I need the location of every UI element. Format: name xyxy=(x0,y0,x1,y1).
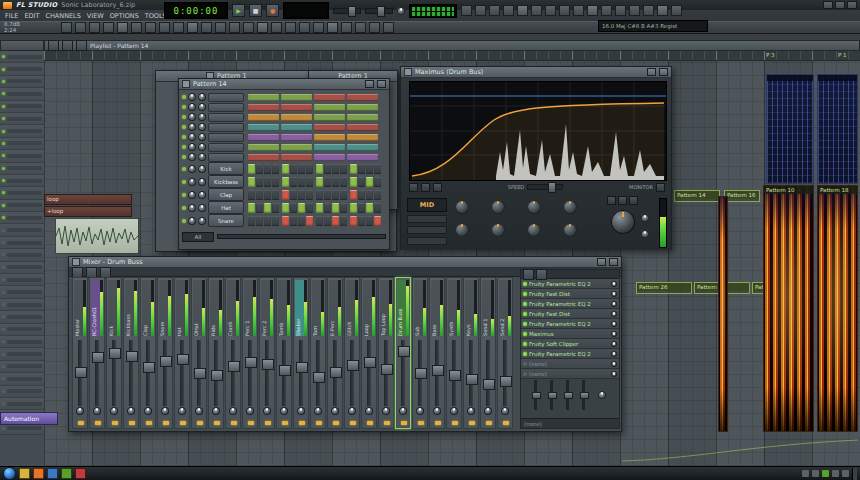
step-cell[interactable] xyxy=(306,177,313,187)
detach-button[interactable] xyxy=(365,80,374,88)
fx-enable-led[interactable] xyxy=(523,282,527,286)
mixer-strip-snare[interactable]: Snare xyxy=(157,277,173,429)
spectrogram-clip[interactable]: Pattern 18 xyxy=(817,185,858,432)
channel-button[interactable]: Snare xyxy=(208,214,244,227)
step-cell[interactable] xyxy=(272,190,279,200)
channel-row-kick[interactable]: Kick xyxy=(182,162,386,175)
volume-knob[interactable] xyxy=(198,204,206,212)
step-cell[interactable] xyxy=(332,203,339,213)
step-cell[interactable] xyxy=(264,203,271,213)
step-cell[interactable] xyxy=(350,177,357,187)
channel-led[interactable] xyxy=(182,115,186,119)
mixer-strip-ride[interactable]: Ride xyxy=(208,277,224,429)
step-segment[interactable] xyxy=(314,104,345,111)
step-segment[interactable] xyxy=(314,124,345,131)
rack-menu-button[interactable] xyxy=(523,269,534,280)
step-cell[interactable] xyxy=(332,190,339,200)
channel-led[interactable] xyxy=(182,193,186,197)
fx-slot[interactable]: (none) xyxy=(521,359,619,369)
step-cell[interactable] xyxy=(264,164,271,174)
playlist-track-header[interactable] xyxy=(0,299,44,311)
stop-button[interactable]: ■ xyxy=(249,4,262,17)
channel-row[interactable] xyxy=(182,142,386,152)
send-fader[interactable] xyxy=(566,380,569,410)
taskbar-icon-media[interactable] xyxy=(61,468,72,479)
track-led[interactable] xyxy=(2,340,5,343)
fx-enable-led[interactable] xyxy=(523,302,527,306)
fx-mix-knob[interactable] xyxy=(611,311,617,317)
mixer-strip-tom[interactable]: Tom xyxy=(310,277,326,429)
mixer-strip-top-loop[interactable]: Top Loop xyxy=(378,277,394,429)
step-cell[interactable] xyxy=(316,177,323,187)
pan-knob[interactable] xyxy=(331,407,339,415)
volume-fader[interactable] xyxy=(231,340,235,406)
step-cell[interactable] xyxy=(298,203,305,213)
volume-fader[interactable] xyxy=(367,340,371,406)
toolbar-button[interactable] xyxy=(573,5,584,16)
close-icon[interactable] xyxy=(659,68,668,76)
step-cell[interactable] xyxy=(256,216,263,226)
mute-led[interactable] xyxy=(197,421,203,425)
step-segment[interactable] xyxy=(248,94,279,101)
pan-knob[interactable] xyxy=(195,407,203,415)
spectrogram-clip[interactable]: Pattern 10 xyxy=(763,185,814,432)
volume-fader[interactable] xyxy=(316,340,320,406)
track-led[interactable] xyxy=(2,315,5,318)
toolbar-button[interactable] xyxy=(299,22,310,33)
pan-knob[interactable] xyxy=(188,204,196,212)
toolbar-button[interactable] xyxy=(601,5,612,16)
record-button[interactable]: ● xyxy=(266,4,279,17)
send-fader[interactable] xyxy=(582,380,585,410)
toolbar-button[interactable] xyxy=(517,5,528,16)
step-cell[interactable] xyxy=(306,203,313,213)
pan-knob[interactable] xyxy=(348,407,356,415)
pan-knob[interactable] xyxy=(280,407,288,415)
step-cell[interactable] xyxy=(374,177,381,187)
step-segment[interactable] xyxy=(281,104,312,111)
step-cell[interactable] xyxy=(282,164,289,174)
channel-led[interactable] xyxy=(182,167,186,171)
fx-enable-led[interactable] xyxy=(523,352,527,356)
toolbar-button[interactable] xyxy=(313,22,324,33)
minimize-button[interactable] xyxy=(823,1,833,9)
toolbar-button[interactable] xyxy=(369,22,380,33)
playlist-track-header[interactable] xyxy=(0,212,44,224)
pan-knob[interactable] xyxy=(127,407,135,415)
step-cell[interactable] xyxy=(324,177,331,187)
playlist-track-header[interactable] xyxy=(0,324,44,336)
preset-a-button[interactable] xyxy=(607,196,616,205)
spectrogram-clip-thin[interactable] xyxy=(718,196,728,432)
step-segment[interactable] xyxy=(314,154,345,161)
mixer-strip-kickbass[interactable]: Kickbass xyxy=(123,277,139,429)
fx-slot[interactable]: Fruity Parametric EQ 2 xyxy=(521,319,619,329)
volume-fader[interactable] xyxy=(435,340,439,406)
mute-led[interactable] xyxy=(503,421,509,425)
master-gain-knob[interactable] xyxy=(611,210,635,234)
menu-edit[interactable]: EDIT xyxy=(24,12,39,20)
fx-enable-led[interactable] xyxy=(523,342,527,346)
speed-slider[interactable] xyxy=(527,184,563,190)
taskbar-icon-flstudio[interactable] xyxy=(33,468,44,479)
track-led[interactable] xyxy=(2,154,5,157)
pan-knob[interactable] xyxy=(382,407,390,415)
volume-knob[interactable] xyxy=(198,93,206,101)
track-led[interactable] xyxy=(2,92,5,95)
volume-fader[interactable] xyxy=(282,340,286,406)
pan-knob[interactable] xyxy=(212,407,220,415)
mix-knob[interactable] xyxy=(563,223,577,237)
track-led[interactable] xyxy=(2,229,5,232)
step-cell[interactable] xyxy=(256,203,263,213)
send-fader[interactable] xyxy=(534,380,537,410)
track-led[interactable] xyxy=(2,291,5,294)
playlist-track-header[interactable] xyxy=(0,101,44,113)
step-cell[interactable] xyxy=(290,190,297,200)
toolbar-button[interactable] xyxy=(383,22,394,33)
volume-fader[interactable] xyxy=(469,340,473,406)
toolbar-button[interactable] xyxy=(257,22,268,33)
volume-knob[interactable] xyxy=(198,113,206,121)
tray-icon-2[interactable] xyxy=(812,470,819,477)
volume-fader[interactable] xyxy=(180,340,184,406)
channel-led[interactable] xyxy=(182,125,186,129)
taskbar-icon-explorer[interactable] xyxy=(19,468,30,479)
playlist-track-header[interactable] xyxy=(0,249,44,261)
